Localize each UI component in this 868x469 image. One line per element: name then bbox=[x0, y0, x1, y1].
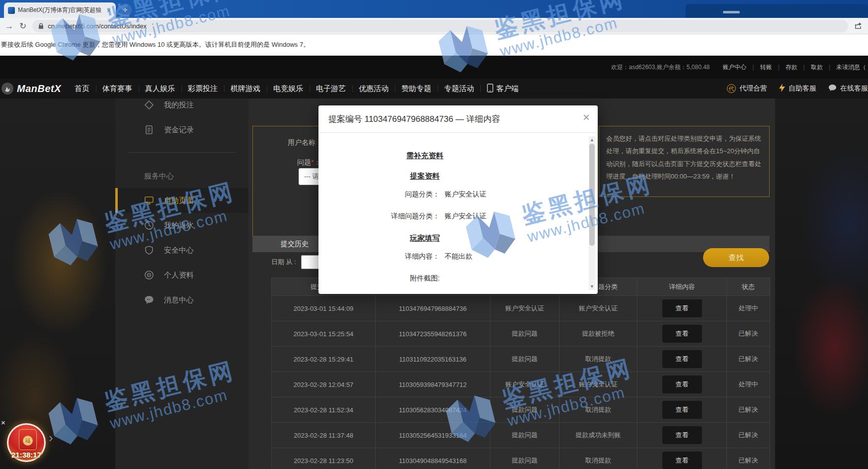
nav-item-label: 体育赛事 bbox=[102, 84, 132, 94]
sidebar-item-label: 我的投注 bbox=[164, 100, 194, 110]
cell-proposal-id: 1103110922035163136 bbox=[376, 347, 490, 372]
modal-close-icon[interactable]: × bbox=[583, 111, 590, 123]
view-button[interactable]: 查看 bbox=[662, 375, 702, 393]
cell-status: 已解决 bbox=[727, 423, 770, 448]
view-button[interactable]: 查看 bbox=[662, 325, 702, 343]
modal-field-row: 详细问题分类：账户安全认证 bbox=[340, 212, 587, 221]
separator: | bbox=[803, 64, 805, 71]
cell-subcategory: 取消提款 bbox=[559, 397, 637, 423]
cell-detail: 查看 bbox=[637, 423, 727, 448]
cell-proposal-id: 1103049048849543168 bbox=[376, 448, 490, 469]
chrome-update-text: 要接收后续 Google Chrome 更新，您需使用 Windows 10 或… bbox=[0, 40, 310, 49]
cell-category: 提款问题 bbox=[490, 347, 559, 372]
welcome-balance-text: 欢迎：asd62603,账户余额：5,080.48 bbox=[611, 63, 710, 72]
view-button[interactable]: 查看 bbox=[662, 426, 702, 444]
phone-icon bbox=[487, 84, 493, 94]
modal-section-heading: 提案资料 bbox=[340, 172, 509, 181]
cell-submit-time: 2023-02-28 11:37:48 bbox=[272, 423, 376, 448]
topbar-link-1[interactable]: 账户中心 bbox=[723, 63, 747, 72]
sidebar-item-1[interactable]: 我的投注 bbox=[115, 98, 248, 117]
scroll-up-icon[interactable]: ▲ bbox=[589, 137, 595, 142]
separator: | bbox=[753, 64, 754, 71]
cell-detail: 查看 bbox=[637, 397, 727, 423]
sidebar-item-label: 消息中心 bbox=[164, 295, 194, 305]
cell-status: 处理中 bbox=[727, 296, 770, 321]
modal-field-value: 账户安全认证 bbox=[445, 212, 486, 221]
left-promo-image bbox=[0, 98, 115, 469]
account-topbar: 欢迎：asd62603,账户余额：5,080.48 账户中心|转账|存款|取款|… bbox=[0, 56, 868, 79]
reload-icon[interactable]: ↻ bbox=[19, 22, 26, 30]
nav-item-10[interactable]: 专题活动 bbox=[438, 79, 480, 98]
nav-right-item-1[interactable]: 代代理合营 bbox=[727, 84, 767, 93]
fortune-coin-icon: 福 bbox=[23, 436, 33, 446]
nav-item-7[interactable]: 电子游艺 bbox=[310, 79, 352, 98]
search-button[interactable]: 查找 bbox=[703, 248, 769, 267]
nav-item-1[interactable]: 首页 bbox=[68, 79, 96, 98]
nav-item-6[interactable]: 电竞娱乐 bbox=[267, 79, 310, 98]
nav-item-5[interactable]: 棋牌游戏 bbox=[224, 79, 267, 98]
browser-tab[interactable]: ManBetX(万博体育)官网|英超狼 × bbox=[4, 2, 116, 18]
sidebar-item-service-5[interactable]: 消息中心 bbox=[115, 287, 248, 312]
modal-field-value: 不能出款 bbox=[445, 252, 473, 261]
table-row: 2023-02-28 11:37:481103052564531933184提款… bbox=[272, 423, 770, 448]
view-button[interactable]: 查看 bbox=[662, 350, 702, 368]
topbar-link-5[interactable]: 未读消息（ bbox=[836, 63, 866, 72]
new-tab-button[interactable]: + bbox=[119, 3, 132, 16]
nav-item-2[interactable]: 体育赛事 bbox=[96, 79, 139, 98]
forward-icon[interactable]: → bbox=[5, 22, 13, 30]
table-row: 2023-03-01 15:25:541103472355948261376提款… bbox=[272, 321, 770, 347]
nav-item-label: 赞助专题 bbox=[401, 84, 431, 94]
sidebar-item-service-2[interactable]: 我的返水 bbox=[115, 213, 248, 238]
tab-close-icon[interactable]: × bbox=[106, 6, 112, 14]
promo-expand-chevron-icon[interactable]: › bbox=[49, 430, 53, 446]
modal-scrollbar[interactable]: ▲ ▼ bbox=[589, 136, 595, 290]
background-window bbox=[686, 4, 868, 18]
nav-item-3[interactable]: 真人娱乐 bbox=[139, 79, 181, 98]
modal-field-row: 详细内容：不能出款 bbox=[340, 252, 587, 261]
promo-close-icon[interactable]: × bbox=[1, 418, 5, 427]
username-label: 用户名称： bbox=[288, 138, 322, 147]
address-bar[interactable]: cn.mebetx65.com/contactUs/index bbox=[32, 20, 848, 32]
monitor-icon bbox=[144, 195, 154, 205]
notice-text: 会员您好，请点击对应处理类别提交申请，为保证系统处理，请勿重复提交，稍后系统将会… bbox=[606, 132, 762, 183]
sidebar-item-2[interactable]: 资金记录 bbox=[115, 117, 248, 142]
nav-menu: 首页体育赛事真人娱乐彩票投注棋牌游戏电竞娱乐电子游艺优惠活动赞助专题专题活动客户… bbox=[68, 79, 525, 98]
cell-subcategory: 账户安全认证 bbox=[559, 372, 637, 397]
topbar-link-2[interactable]: 转账 bbox=[760, 63, 772, 72]
table-row: 2023-02-28 12:04:571103059398479347712账户… bbox=[272, 372, 770, 397]
nav-item-8[interactable]: 优惠活动 bbox=[352, 79, 395, 98]
topbar-link-3[interactable]: 存款 bbox=[786, 63, 797, 72]
nav-right-item-2[interactable]: 自助客服 bbox=[779, 84, 816, 94]
modal-field-label: 详细内容： bbox=[340, 252, 440, 261]
scroll-down-icon[interactable]: ▼ bbox=[589, 284, 595, 289]
sidebar-item-service-3[interactable]: 安全中心 bbox=[115, 238, 248, 263]
sidebar-item-service-4[interactable]: 个人资料 bbox=[115, 263, 248, 287]
cell-status: 已解决 bbox=[727, 347, 770, 372]
cell-detail: 查看 bbox=[637, 372, 727, 397]
cell-status: 已解决 bbox=[727, 397, 770, 423]
table-row: 2023-02-28 15:29:411103110922035163136提款… bbox=[272, 347, 770, 372]
modal-body: 需补充资料提案资料问题分类：账户安全认证详细问题分类：账户安全认证玩家填写详细内… bbox=[318, 133, 587, 294]
nav-item-11[interactable]: 客户端 bbox=[480, 79, 525, 98]
cell-submit-time: 2023-02-28 12:04:57 bbox=[272, 372, 376, 397]
promo-countdown: 21:38:17 bbox=[8, 451, 44, 459]
nav-item-4[interactable]: 彩票投注 bbox=[181, 79, 224, 98]
view-button[interactable]: 查看 bbox=[662, 401, 702, 419]
sidebar-item-service-1[interactable]: 自助页面 bbox=[115, 188, 248, 213]
view-button[interactable]: 查看 bbox=[662, 299, 702, 317]
sidebar-item-label: 自助页面 bbox=[164, 196, 194, 205]
view-button[interactable]: 查看 bbox=[662, 452, 702, 469]
cell-subcategory: 账户安全认证 bbox=[559, 296, 637, 321]
nav-item-label: 电竞娱乐 bbox=[273, 84, 303, 94]
separator: | bbox=[829, 64, 830, 71]
red-packet-icon[interactable]: 福 21:38:17 bbox=[7, 423, 46, 462]
table-row: 2023-02-28 11:23:501103049048849543168提款… bbox=[272, 448, 770, 469]
scroll-thumb[interactable] bbox=[589, 144, 595, 246]
topbar-link-4[interactable]: 取款 bbox=[811, 63, 823, 72]
nav-item-label: 优惠活动 bbox=[359, 84, 389, 94]
cell-detail: 查看 bbox=[637, 448, 727, 469]
share-icon[interactable] bbox=[854, 22, 863, 30]
site-logo[interactable]: ManBetX bbox=[1, 82, 61, 95]
nav-item-9[interactable]: 赞助专题 bbox=[395, 79, 438, 98]
nav-right-item-3[interactable]: 在线客服 bbox=[828, 84, 868, 93]
